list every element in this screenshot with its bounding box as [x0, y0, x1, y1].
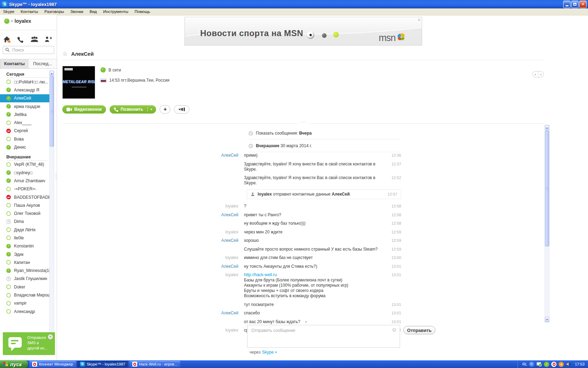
message-link[interactable]: http://hack-well.ru: [244, 272, 277, 277]
ad-banner[interactable]: Новости спорта на MSN msn ▷: [184, 17, 422, 46]
adchoices-icon[interactable]: ▷: [418, 18, 421, 21]
contact-name: Arnur Zhambaev: [14, 178, 45, 183]
message-row: АлекСейну тоесть Аккаунты для Стима есть…: [62, 264, 401, 269]
message-input[interactable]: [247, 325, 400, 347]
contact-row[interactable]: lle0le: [0, 234, 49, 242]
menu-item[interactable]: Контакты: [18, 8, 41, 15]
scrollbar-thumb[interactable]: [50, 76, 54, 146]
scroll-up-icon[interactable]: ▲: [50, 71, 54, 76]
contact-name: Олег Токовой: [14, 211, 40, 216]
taskbar-button[interactable]: Коннект Менеджер: [29, 361, 76, 367]
favorite-star-icon[interactable]: ☆: [62, 51, 68, 57]
via-skype-selector[interactable]: через Skype ▾: [250, 350, 276, 355]
menu-item[interactable]: Звонки: [67, 8, 86, 15]
next-conversation-button[interactable]: ›: [538, 71, 544, 77]
emoticon-picker-icon[interactable]: ☺: [391, 327, 397, 333]
home-button[interactable]: [2, 35, 11, 44]
contact-row[interactable]: BADDESTOFBADBA...: [0, 193, 49, 201]
contact-name: Эдик: [14, 252, 23, 257]
action-buttons-row: Видеозвонок Позвонить ▾ +: [62, 105, 189, 114]
contact-avatar[interactable]: METALGEAR RISING: [62, 66, 95, 99]
contact-row[interactable]: Arnur Zhambaev: [0, 177, 49, 185]
contact-row[interactable]: Александр: [0, 307, 49, 315]
contact-row[interactable]: Капитан: [0, 258, 49, 266]
skype-tray-icon[interactable]: ✓: [544, 362, 549, 367]
contact-row[interactable]: Jastik Глушилкин: [0, 275, 49, 283]
collapse-tray-icon[interactable]: ‹: [529, 362, 534, 367]
menu-item[interactable]: Вид: [86, 8, 100, 15]
call-phones-button[interactable]: [16, 35, 25, 44]
prev-conversation-button[interactable]: ‹: [533, 71, 538, 77]
menu-item[interactable]: Помощь: [132, 8, 153, 15]
call-quality-button[interactable]: [174, 105, 189, 114]
contact-row[interactable]: Doker: [0, 283, 49, 291]
contact-name: vampir: [14, 301, 27, 306]
contact-row[interactable]: Олег Токовой: [0, 209, 49, 217]
via-brand: Skype: [262, 350, 274, 355]
user-status-row[interactable]: ▾ loyalex: [4, 18, 31, 24]
contact-row[interactable]: АлекСей: [0, 94, 49, 102]
taskbar-button[interactable]: Hack-Well.ru - игров...: [130, 361, 180, 367]
amigo-tray-icon[interactable]: a: [559, 362, 564, 367]
contact-row[interactable]: -=POKER=-: [0, 185, 49, 193]
contact-row[interactable]: Alex____: [0, 118, 49, 127]
tab-recent[interactable]: Послед...: [29, 59, 57, 69]
contact-row[interactable]: Вова: [0, 135, 49, 143]
contact-row[interactable]: Эдик: [0, 250, 49, 258]
menu-item[interactable]: Инструменты: [100, 8, 132, 15]
scrollbar-thumb[interactable]: [545, 131, 549, 246]
contact-list-scrollbar[interactable]: ▲ ▼: [49, 70, 54, 347]
volume-icon[interactable]: [566, 362, 571, 367]
compose-resize-handle[interactable]: [305, 321, 307, 323]
menu-item[interactable]: Разговоры: [41, 8, 67, 15]
contact-row[interactable]: Дядя ЛёНя: [0, 226, 49, 234]
close-button[interactable]: ✕: [579, 1, 587, 8]
message-author: АлекСей: [62, 264, 244, 269]
contact-row[interactable]: Александр Я: [0, 86, 49, 94]
minimize-button[interactable]: [563, 1, 570, 8]
contact-row[interactable]: vampir: [0, 299, 49, 307]
notice-text: Вчерашние 30 марта 2014 г.: [256, 143, 312, 148]
tab-contacts[interactable]: Контакты: [0, 59, 29, 69]
add-action-button[interactable]: +: [160, 105, 170, 114]
presence-icon: [6, 260, 11, 265]
sms-promo[interactable]: Отправьте SMS в другой ко... ✕: [3, 332, 55, 355]
taskbar-button[interactable]: SSkype™ - loyalex1987: [77, 361, 128, 367]
maximize-button[interactable]: [571, 1, 579, 8]
message-author: АлекСей: [62, 238, 244, 243]
dots-handle[interactable]: ···: [298, 120, 309, 124]
contact-row[interactable]: Ryan_Minnesota|1lvl|: [0, 267, 49, 275]
contact-row[interactable]: Паша Акулов: [0, 201, 49, 209]
start-label: пуск: [10, 361, 22, 367]
contact-row[interactable]: □sydney□: [0, 169, 49, 177]
contact-row[interactable]: Jlelllka: [0, 110, 49, 118]
chevron-down-icon[interactable]: ▾: [150, 108, 152, 111]
start-button[interactable]: пуск: [0, 360, 28, 368]
contact-row[interactable]: Владислав Мирош...: [0, 291, 49, 299]
contact-row[interactable]: VepR (KTM_48): [0, 161, 49, 169]
contact-row[interactable]: □□PoMaH□□ лю...: [0, 78, 49, 86]
contact-row[interactable]: Сергей: [0, 127, 49, 135]
menu-item[interactable]: Skype: [0, 8, 18, 15]
contact-row[interactable]: Dima: [0, 218, 49, 226]
chat-scrollbar[interactable]: ▲ ▼: [545, 125, 550, 322]
add-contact-button[interactable]: [44, 35, 53, 44]
scroll-up-icon[interactable]: ▲: [545, 125, 549, 130]
send-button[interactable]: Отправить: [403, 326, 435, 334]
contact-row[interactable]: Konstantin: [0, 242, 49, 250]
scroll-down-icon[interactable]: ▼: [545, 317, 549, 322]
contacts-group-button[interactable]: [30, 35, 39, 44]
sidebar-splitter-handle[interactable]: [55, 172, 57, 180]
language-indicator[interactable]: RL: [522, 362, 527, 366]
close-icon[interactable]: ✕: [48, 334, 53, 339]
contact-row[interactable]: ирма гоцадзе: [0, 102, 49, 110]
network-status-icon[interactable]: [537, 362, 542, 367]
contact-name: lle0le: [14, 236, 24, 240]
search-input[interactable]: [12, 47, 48, 53]
opera-tray-icon[interactable]: [551, 362, 556, 367]
video-call-button[interactable]: Видеозвонок: [62, 105, 106, 114]
call-button[interactable]: Позвонить ▾: [110, 105, 156, 114]
location-label: 14:53 пгт.Вершина.Теи, Россия: [109, 78, 169, 83]
contact-row[interactable]: Денис: [0, 143, 49, 151]
contact-name: Александр Я: [14, 88, 39, 93]
